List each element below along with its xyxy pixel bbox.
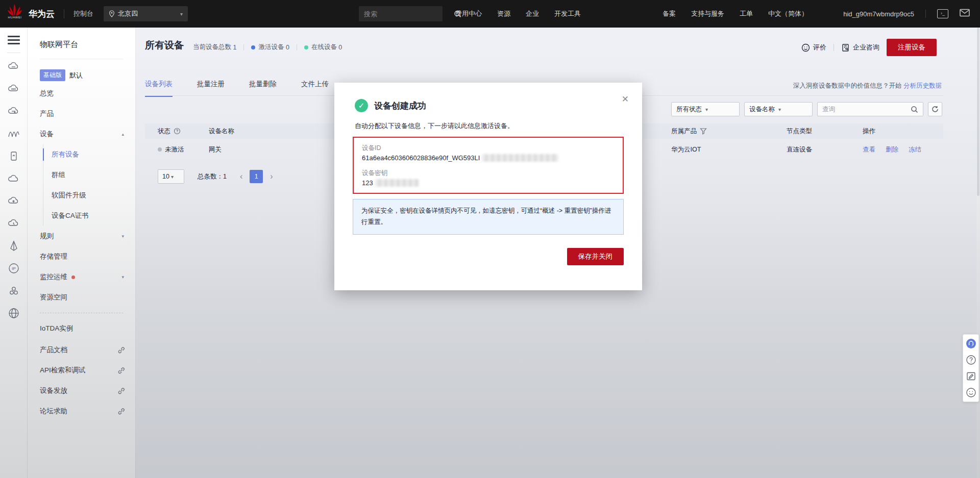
enterprise-consult-button[interactable]: 企业咨询 <box>841 43 879 52</box>
search-icon[interactable] <box>911 106 918 113</box>
console-link[interactable]: 控制台 <box>74 9 93 18</box>
device-search-input[interactable] <box>822 106 911 113</box>
stat-online-devices: 在线设备 0 <box>304 43 342 52</box>
mobile-device-icon[interactable] <box>8 150 20 162</box>
scrollbar[interactable] <box>976 28 980 478</box>
region-label: 北京四 <box>118 9 180 18</box>
prism-icon[interactable] <box>8 240 20 252</box>
region-selector[interactable]: 北京四 ▾ <box>104 6 188 21</box>
sidebar-item-products[interactable]: 产品 <box>28 104 135 124</box>
cloud-database-icon[interactable] <box>8 105 20 117</box>
analyze-history-link[interactable]: 分析历史数据 <box>903 82 942 89</box>
redacted-device-id <box>482 154 558 162</box>
divider <box>834 44 834 51</box>
freeze-link[interactable]: 冻结 <box>909 145 921 154</box>
menu-language[interactable]: 中文（简体） <box>768 9 808 18</box>
help-dock <box>963 334 979 402</box>
cloud-more-icon[interactable] <box>8 83 20 95</box>
sidebar-item-storage-management[interactable]: 存储管理 <box>28 246 135 267</box>
sidebar-item-device-ca-cert[interactable]: 设备CA证书 <box>43 206 135 226</box>
cli-terminal-icon[interactable]: ›_ <box>937 9 948 18</box>
tab-file-upload[interactable]: 文件上传 <box>301 80 329 97</box>
feedback-icon[interactable] <box>966 371 976 382</box>
cloud-server-icon[interactable] <box>8 60 20 72</box>
sidebar-item-monitoring-om[interactable]: 监控运维 ▾ <box>28 267 135 287</box>
status-filter-select[interactable]: 所有状态 ▾ <box>671 102 740 116</box>
edition-badge[interactable]: 基础版 <box>40 69 65 81</box>
cluster-icon[interactable] <box>8 285 20 297</box>
account-id[interactable]: hid_g90m7wbmdrp9oc5 <box>843 10 914 18</box>
cloud-icon[interactable] <box>8 172 20 185</box>
inactive-status-dot <box>158 147 162 152</box>
sidebar-item-device-provisioning[interactable]: 设备发放 <box>28 381 135 401</box>
tab-batch-delete[interactable]: 批量删除 <box>249 80 277 97</box>
save-and-close-button[interactable]: 保存并关闭 <box>567 248 624 265</box>
sidebar-item-product-docs[interactable]: 产品文档 <box>28 340 135 360</box>
scrollbar-thumb[interactable] <box>977 28 979 196</box>
ip-address-icon[interactable]: IP <box>8 262 20 274</box>
menu-resources[interactable]: 资源 <box>497 9 510 18</box>
pagination: 10 ▾ 总条数：1 ‹ 1 › <box>158 169 273 184</box>
huawei-logo-word: HUAWEI <box>8 16 22 19</box>
chevron-down-icon: ▾ <box>180 11 183 17</box>
chevron-down-icon: ▾ <box>778 107 807 112</box>
name-filter-select[interactable]: 设备名称 ▾ <box>744 102 813 116</box>
iot-platform-sidebar: 物联网平台 基础版 默认 总览 产品 设备 ▴ 所有设备 群组 软固件升级 设备… <box>28 28 136 478</box>
register-device-button[interactable]: 注册设备 <box>887 39 937 56</box>
cloud-sync-icon[interactable] <box>8 217 20 230</box>
global-search-input[interactable] <box>364 10 454 18</box>
close-icon[interactable]: ✕ <box>622 94 629 105</box>
sidebar-item-forum-help[interactable]: 论坛求助 <box>28 401 135 421</box>
menu-ticket[interactable]: 工单 <box>740 9 753 18</box>
help-circle-icon[interactable] <box>174 128 181 135</box>
hamburger-menu-icon[interactable] <box>8 34 20 46</box>
device-search-box[interactable] <box>817 102 923 116</box>
globe-icon[interactable] <box>8 307 20 319</box>
sidebar-item-devices[interactable]: 设备 ▴ <box>28 124 135 144</box>
delete-link[interactable]: 删除 <box>886 145 898 154</box>
rate-button[interactable]: 评价 <box>801 43 826 52</box>
menu-billing-center[interactable]: 费用中心 <box>455 9 482 18</box>
next-page-button[interactable]: › <box>270 172 273 181</box>
location-pin-icon <box>109 10 115 17</box>
filter-funnel-icon[interactable] <box>700 128 707 135</box>
current-page-button[interactable]: 1 <box>250 170 263 183</box>
sidebar-item-api-explorer[interactable]: API检索和调试 <box>28 360 135 381</box>
menu-support[interactable]: 支持与服务 <box>691 9 724 18</box>
view-link[interactable]: 查看 <box>863 145 875 154</box>
sidebar-item-all-devices[interactable]: 所有设备 <box>43 144 135 165</box>
smiley-icon[interactable] <box>966 387 976 398</box>
refresh-button[interactable] <box>928 102 942 116</box>
message-mail-icon[interactable] <box>960 9 970 19</box>
waves-icon[interactable] <box>8 128 20 140</box>
global-search[interactable] <box>359 6 443 21</box>
cloud-upload-icon[interactable] <box>8 195 20 207</box>
tab-batch-register[interactable]: 批量注册 <box>197 80 225 97</box>
sidebar-item-firmware-upgrade[interactable]: 软固件升级 <box>43 185 135 206</box>
sidebar-item-iotda-instances[interactable]: IoTDA实例 <box>28 318 135 339</box>
prev-page-button[interactable]: ‹ <box>240 172 242 181</box>
sidebar-item-groups[interactable]: 群组 <box>43 165 135 185</box>
help-icon[interactable] <box>966 355 976 365</box>
sidebar-title: 物联网平台 <box>28 28 135 49</box>
menu-dev-tools[interactable]: 开发工具 <box>554 9 581 18</box>
brand-title[interactable]: 华为云 <box>29 8 55 20</box>
stat-activated-devices: 激活设备 0 <box>251 43 289 52</box>
divider <box>64 9 64 18</box>
menu-enterprise[interactable]: 企业 <box>526 9 539 18</box>
modal-description: 自动分配以下设备信息，下一步请以此信息激活设备。 <box>334 112 642 131</box>
menu-icp-filing[interactable]: 备案 <box>663 9 676 18</box>
chevron-down-icon: ▾ <box>121 274 124 280</box>
activated-dot-icon <box>251 45 255 49</box>
device-node-type: 直连设备 <box>787 141 812 158</box>
support-headset-icon[interactable] <box>966 338 976 349</box>
page-size-select[interactable]: 10 ▾ <box>158 169 184 184</box>
consult-document-icon <box>841 43 850 52</box>
sidebar-item-resource-spaces[interactable]: 资源空间 <box>28 287 135 308</box>
huawei-logo[interactable]: HUAWEI <box>6 4 23 24</box>
sidebar-item-rules[interactable]: 规则 ▾ <box>28 226 135 246</box>
modal-title: 设备创建成功 <box>374 100 426 112</box>
tab-device-list[interactable]: 设备列表 <box>145 80 173 97</box>
sidebar-item-overview[interactable]: 总览 <box>28 83 135 104</box>
device-credentials-box: 设备ID 61a6ea4c603606028836e90f_WG593LI 设备… <box>353 137 624 194</box>
